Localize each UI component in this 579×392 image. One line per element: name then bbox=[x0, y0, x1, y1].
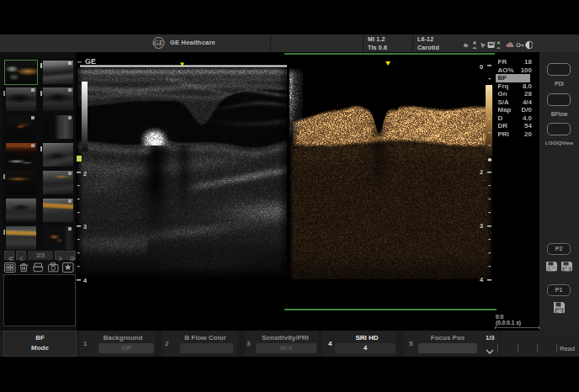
svg-text:GE: GE bbox=[154, 40, 163, 47]
svg-text:USB: USB bbox=[548, 268, 556, 272]
svg-text:GE: GE bbox=[85, 57, 96, 66]
svg-text:4: 4 bbox=[83, 277, 88, 284]
svg-text:3: 3 bbox=[83, 223, 87, 230]
svg-text:4: 4 bbox=[480, 276, 484, 283]
svg-text:HD: HD bbox=[556, 310, 562, 314]
svg-text:HD: HD bbox=[564, 268, 570, 272]
svg-text:3: 3 bbox=[480, 222, 483, 230]
svg-text:0: 0 bbox=[480, 63, 483, 71]
svg-text:2: 2 bbox=[83, 170, 87, 177]
svg-text:2: 2 bbox=[480, 168, 483, 176]
